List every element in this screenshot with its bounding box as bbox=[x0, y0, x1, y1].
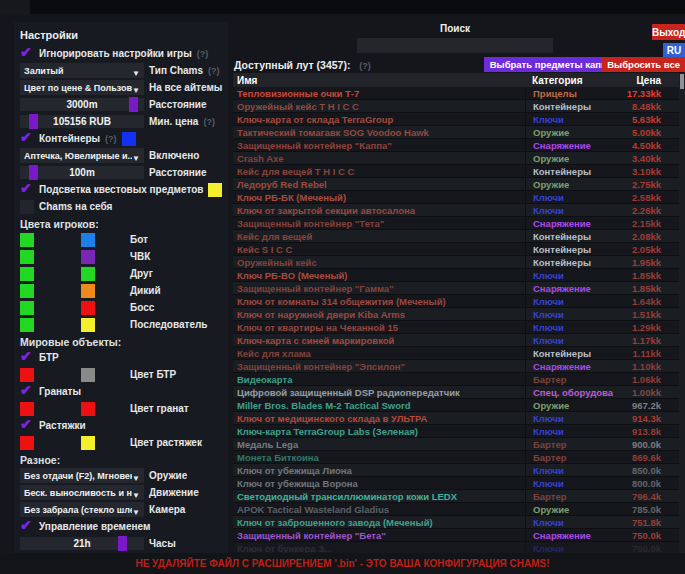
distance-slider[interactable]: 3000m bbox=[20, 98, 144, 111]
item-category: Контейнеры bbox=[525, 165, 613, 177]
player-visible-color-swatch[interactable] bbox=[20, 250, 34, 264]
player-visible-color-swatch[interactable] bbox=[20, 301, 34, 315]
table-row[interactable]: Защищенный контейнер "Каппа" Снаряжение … bbox=[233, 139, 685, 152]
all-items-dropdown[interactable]: Цвет по цене & Пользователь bbox=[20, 80, 144, 95]
slider-handle[interactable] bbox=[118, 536, 127, 551]
table-row[interactable]: Ключ-карта от склада TerraGroup Ключи 5.… bbox=[233, 113, 685, 126]
item-price: 3.10kk bbox=[613, 166, 685, 177]
containers-filter-dropdown[interactable]: Аптечка, Ювелирные и... bbox=[20, 148, 144, 163]
min-price-slider[interactable]: 105156 RUB bbox=[20, 115, 144, 128]
column-header-name[interactable]: Имя bbox=[233, 75, 525, 86]
table-row[interactable]: Тепловизионные очки Т-7 Прицелы 17.33kk bbox=[233, 87, 685, 100]
table-row[interactable]: Ключ от квартиры на Чеканной 15 Ключи 1.… bbox=[233, 321, 685, 334]
item-category: Ключи bbox=[525, 477, 613, 489]
column-header-category[interactable]: Категория bbox=[525, 73, 613, 87]
camera-dropdown[interactable]: Без забрала (стекло шлема) bbox=[20, 502, 144, 517]
table-row[interactable]: Оружейный кейс Контейнеры 1.95kk bbox=[233, 256, 685, 269]
player-type-color-swatch[interactable] bbox=[81, 284, 95, 298]
time-control-checkbox[interactable] bbox=[20, 520, 34, 534]
weapon-dropdown[interactable]: Без отдачи (F2), Мгновенное п bbox=[20, 468, 144, 483]
item-name: Тактический томагавк SOG Voodoo Hawk bbox=[233, 127, 525, 138]
quest-highlight-color-swatch[interactable] bbox=[208, 183, 222, 197]
table-row[interactable]: Цифровой защищенный DSP радиопередатчик … bbox=[233, 386, 685, 399]
table-row[interactable]: Ключ от заброшенного завода (Меченый) Кл… bbox=[233, 516, 685, 529]
table-row[interactable]: Ключ от наружной двери Kiba Arms Ключи 1… bbox=[233, 308, 685, 321]
table-row[interactable]: Кейс для вещей Контейнеры 2.08kk bbox=[233, 230, 685, 243]
table-row[interactable]: Ключ от убежища Лиона Ключи 850.0k bbox=[233, 464, 685, 477]
chams-type-value: Залитый bbox=[24, 66, 132, 76]
table-row[interactable]: Защищенный контейнер "Эпсилон" Снаряжени… bbox=[233, 360, 685, 373]
table-row[interactable]: APOK Tactical Wasteland Gladius Оружие 7… bbox=[233, 503, 685, 516]
player-type-color-swatch[interactable] bbox=[81, 267, 95, 281]
grenades-color-swatch-1[interactable] bbox=[20, 402, 34, 416]
table-row[interactable]: Кейс для хлама Контейнеры 1.11kk bbox=[233, 347, 685, 360]
search-input[interactable] bbox=[357, 38, 553, 53]
table-row[interactable]: Светодиодный трансиллюминатор кожи LEDX … bbox=[233, 490, 685, 503]
containers-distance-slider[interactable]: 100m bbox=[20, 166, 144, 179]
player-type-color-swatch[interactable] bbox=[81, 250, 95, 264]
table-row[interactable]: Ключ РБ-БК (Меченый) Ключи 2.58kk bbox=[233, 191, 685, 204]
table-row[interactable]: Видеокарта Бартер 1.06kk bbox=[233, 373, 685, 386]
table-row[interactable]: Ключ РБ-ВО (Меченый) Ключи 1.85kk bbox=[233, 269, 685, 282]
table-row[interactable]: Ключ от убежища Ворона Ключи 800.0k bbox=[233, 477, 685, 490]
table-row[interactable]: Ключ-карта TerraGroup Labs (Зеленая) Клю… bbox=[233, 425, 685, 438]
tripwires-color-swatch-2[interactable] bbox=[81, 436, 95, 450]
drop-all-button[interactable]: Выбросить все bbox=[602, 57, 685, 72]
table-row[interactable]: Оружейный кейс T H I C C Контейнеры 8.48… bbox=[233, 100, 685, 113]
player-type-color-swatch[interactable] bbox=[81, 233, 95, 247]
ignore-game-settings-checkbox[interactable] bbox=[20, 47, 34, 61]
table-row[interactable]: Защищенный контейнер "Бета" Снаряжение 7… bbox=[233, 529, 685, 542]
item-price: 2.15kk bbox=[613, 218, 685, 229]
btr-color-swatch-2[interactable] bbox=[81, 368, 95, 382]
table-row[interactable]: Кейс для вещей T H I C C Контейнеры 3.10… bbox=[233, 165, 685, 178]
quest-highlight-checkbox[interactable] bbox=[20, 183, 34, 197]
grenades-checkbox[interactable] bbox=[20, 385, 34, 399]
table-row[interactable]: Кейс S I C C Контейнеры 2.05kk bbox=[233, 243, 685, 256]
hours-slider[interactable]: 21h bbox=[20, 537, 144, 550]
table-row[interactable]: Ключ от медицинского склада в УЛЬТРА Клю… bbox=[233, 412, 685, 425]
btr-checkbox[interactable] bbox=[20, 351, 34, 365]
player-visible-color-swatch[interactable] bbox=[20, 267, 34, 281]
player-type-color-swatch[interactable] bbox=[81, 318, 95, 332]
scrollbar-thumb[interactable] bbox=[680, 74, 684, 89]
table-row[interactable]: Тактический томагавк SOG Voodoo Hawk Ору… bbox=[233, 126, 685, 139]
table-row[interactable]: Монета Биткоина Бартер 869.6k bbox=[233, 451, 685, 464]
player-visible-color-swatch[interactable] bbox=[20, 284, 34, 298]
exit-button[interactable]: Выход bbox=[652, 24, 685, 40]
item-name: Ключ-карта от склада TerraGroup bbox=[233, 114, 525, 125]
tripwires-color-swatch-1[interactable] bbox=[20, 436, 34, 450]
movement-dropdown[interactable]: Беск. выносливость и нет уста bbox=[20, 485, 144, 500]
chams-type-dropdown[interactable]: Залитый bbox=[20, 63, 144, 78]
player-visible-color-swatch[interactable] bbox=[20, 233, 34, 247]
btr-color-swatch-1[interactable] bbox=[20, 368, 34, 382]
table-row[interactable]: Защищенный контейнер "Тета" Снаряжение 2… bbox=[233, 217, 685, 230]
table-row[interactable]: Ключ-карта с синей маркировкой Ключи 1.1… bbox=[233, 334, 685, 347]
language-button[interactable]: RU bbox=[663, 43, 685, 57]
table-row[interactable]: Miller Bros. Blades M-2 Tactical Sword О… bbox=[233, 399, 685, 412]
player-visible-color-swatch[interactable] bbox=[20, 318, 34, 332]
player-colors-list: Бот ЧВК Друг Дикий Босс Последователь bbox=[14, 231, 228, 333]
containers-color-swatch[interactable] bbox=[122, 132, 136, 146]
table-row[interactable]: Защищенный контейнер "Гамма" Снаряжение … bbox=[233, 282, 685, 295]
column-header-price[interactable]: Цена bbox=[613, 75, 685, 86]
select-kappa-items-button[interactable]: Выбрать предметы каппа bbox=[484, 57, 618, 72]
table-row[interactable]: Медаль Lega Бартер 900.0k bbox=[233, 438, 685, 451]
slider-handle[interactable] bbox=[29, 114, 38, 129]
table-row[interactable]: Ключ от бункера З... Ключи 750.0k bbox=[233, 542, 685, 553]
table-row[interactable]: Ключ от закрытой секции автосалона Ключи… bbox=[233, 204, 685, 217]
grenades-color-swatch-2[interactable] bbox=[81, 402, 95, 416]
slider-handle[interactable] bbox=[129, 97, 138, 112]
table-scrollbar[interactable] bbox=[679, 73, 685, 553]
player-type-color-swatch[interactable] bbox=[81, 301, 95, 315]
table-row[interactable]: Ледоруб Red Rebel Оружие 2.75kk bbox=[233, 178, 685, 191]
slider-handle[interactable] bbox=[29, 165, 38, 180]
chams-self-checkbox[interactable] bbox=[20, 200, 34, 214]
quest-highlight-row: Подсветка квестовых предметов bbox=[14, 181, 228, 198]
table-row[interactable]: Crash Axe Оружие 3.40kk bbox=[233, 152, 685, 165]
grenades-color-label: Цвет гранат bbox=[130, 403, 189, 414]
table-row[interactable]: Ключ от комнаты 314 общежития (Меченый) … bbox=[233, 295, 685, 308]
item-category: Ключи bbox=[525, 321, 613, 333]
containers-checkbox[interactable] bbox=[20, 132, 34, 146]
item-category: Оружие bbox=[525, 503, 613, 515]
tripwires-checkbox[interactable] bbox=[20, 419, 34, 433]
